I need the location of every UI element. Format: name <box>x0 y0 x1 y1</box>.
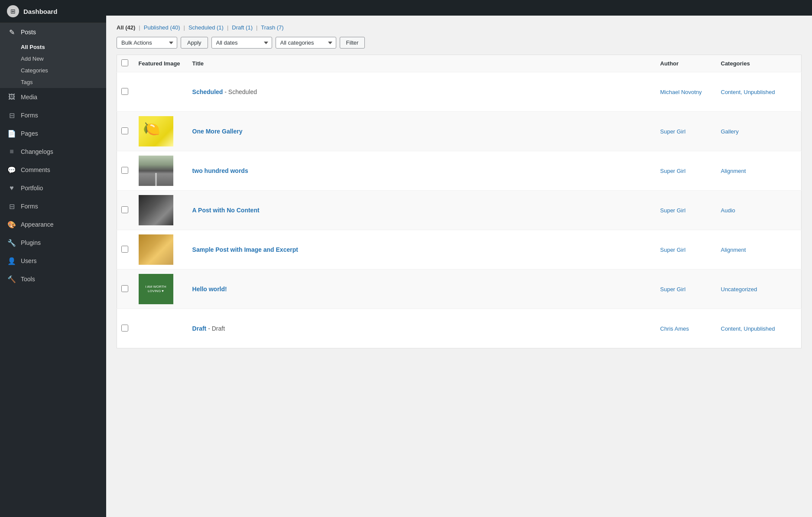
row-checkbox-cell <box>117 230 133 270</box>
table-row: two hundred words Super Girl Alignment <box>117 151 802 191</box>
featured-image-cell-6: I AM WORTH LOVING ♥ <box>133 270 186 309</box>
post-author-cell-3: Super Girl <box>654 151 715 191</box>
sidebar-pages-label: Pages <box>21 130 38 137</box>
post-categories-cell-7: Content, Unpublished <box>715 309 802 348</box>
featured-image-thumb <box>139 116 173 146</box>
sidebar-item-tools[interactable]: 🔨 Tools <box>0 270 106 288</box>
post-categories-cell-6: Uncategorized <box>715 270 802 309</box>
post-title-link[interactable]: Draft <box>192 325 207 332</box>
sidebar-item-tags[interactable]: Tags <box>0 76 106 88</box>
table-row: Draft - Draft Chris Ames Content, Unpubl… <box>117 309 802 348</box>
sidebar-item-media[interactable]: 🖼 Media <box>0 88 106 106</box>
all-dates-select[interactable]: All dates <box>211 37 272 49</box>
row-checkbox[interactable] <box>121 325 128 332</box>
sidebar-item-all-posts[interactable]: All Posts <box>0 41 106 53</box>
author-link[interactable]: Super Girl <box>660 247 686 253</box>
featured-image-cell-1 <box>133 72 186 112</box>
filter-links: All (42) | Published (40) | Scheduled (1… <box>117 24 802 31</box>
filter-draft[interactable]: Draft (1) <box>232 24 253 31</box>
category-link[interactable]: Content, Unpublished <box>721 89 775 95</box>
filter-published[interactable]: Published (40) <box>144 24 180 31</box>
featured-image-cell-7 <box>133 309 186 348</box>
row-checkbox-cell <box>117 309 133 348</box>
post-author-cell-1: Michael Novotny <box>654 72 715 112</box>
row-checkbox[interactable] <box>121 127 128 134</box>
filter-all[interactable]: All (42) <box>117 24 135 31</box>
author-link[interactable]: Super Girl <box>660 128 686 135</box>
sidebar-forms2-label: Forms <box>21 203 38 210</box>
post-author-cell-4: Super Girl <box>654 191 715 230</box>
author-link[interactable]: Super Girl <box>660 168 686 174</box>
row-checkbox[interactable] <box>121 88 128 95</box>
post-author-cell-6: Super Girl <box>654 270 715 309</box>
header-author: Author <box>654 55 715 72</box>
row-checkbox[interactable] <box>121 167 128 174</box>
header-title[interactable]: Title <box>186 55 654 72</box>
sidebar-item-comments[interactable]: 💬 Comments <box>0 161 106 179</box>
post-categories-cell-4: Audio <box>715 191 802 230</box>
post-title-link[interactable]: A Post with No Content <box>192 207 260 214</box>
sidebar-item-plugins[interactable]: 🔧 Plugins <box>0 234 106 252</box>
sidebar-dashboard[interactable]: ⊞ Dashboard <box>0 0 106 23</box>
post-title-cell-7: Draft - Draft <box>186 309 654 348</box>
sidebar-item-appearance[interactable]: 🎨 Appearance <box>0 215 106 234</box>
sidebar-posts-label: Posts <box>21 29 36 36</box>
filter-trash[interactable]: Trash (7) <box>261 24 283 31</box>
post-title-link[interactable]: One More Gallery <box>192 128 243 135</box>
post-title-cell-5: Sample Post with Image and Excerpt <box>186 230 654 270</box>
row-checkbox[interactable] <box>121 206 128 213</box>
posts-list: Scheduled - Scheduled Michael Novotny Co… <box>117 72 802 348</box>
no-image <box>139 77 173 107</box>
header-checkbox[interactable] <box>117 55 133 72</box>
sidebar-item-portfolio[interactable]: ♥ Portfolio <box>0 179 106 197</box>
header-featured-image: Featured Image <box>133 55 186 72</box>
filter-button[interactable]: Filter <box>340 37 365 49</box>
sidebar-item-add-new[interactable]: Add New <box>0 53 106 65</box>
bulk-actions-select[interactable]: Bulk Actions <box>117 37 177 49</box>
post-title-link[interactable]: two hundred words <box>192 167 248 174</box>
sidebar-item-categories[interactable]: Categories <box>0 65 106 76</box>
action-bar: Bulk Actions Apply All dates All categor… <box>117 37 802 49</box>
category-link[interactable]: Uncategorized <box>721 286 757 293</box>
apply-button[interactable]: Apply <box>181 37 208 49</box>
select-all-checkbox[interactable] <box>121 59 128 66</box>
featured-image-thumb <box>139 234 173 265</box>
thumb-green-label: I AM WORTH LOVING ♥ <box>139 283 173 296</box>
table-row: Sample Post with Image and Excerpt Super… <box>117 230 802 270</box>
post-title-link[interactable]: Hello world! <box>192 286 227 293</box>
author-link[interactable]: Chris Ames <box>660 325 689 332</box>
row-checkbox[interactable] <box>121 285 128 292</box>
author-link[interactable]: Super Girl <box>660 207 686 214</box>
post-title-link[interactable]: Scheduled <box>192 88 223 95</box>
filter-scheduled[interactable]: Scheduled (1) <box>188 24 224 31</box>
sidebar-item-forms[interactable]: ⊟ Forms <box>0 106 106 124</box>
category-link[interactable]: Alignment <box>721 247 746 253</box>
row-checkbox-cell <box>117 72 133 112</box>
post-categories-cell-3: Alignment <box>715 151 802 191</box>
table-header: Featured Image Title Author Categories <box>117 55 802 72</box>
changelogs-icon: ≡ <box>7 147 16 156</box>
sidebar-media-label: Media <box>21 94 37 101</box>
featured-image-thumb: I AM WORTH LOVING ♥ <box>139 274 173 304</box>
sidebar-item-users[interactable]: 👤 Users <box>0 252 106 270</box>
sidebar-item-posts[interactable]: ✎ Posts <box>0 23 106 41</box>
post-title-cell-6: Hello world! <box>186 270 654 309</box>
sidebar-item-changelogs[interactable]: ≡ Changelogs <box>0 143 106 161</box>
author-link[interactable]: Michael Novotny <box>660 89 702 95</box>
forms2-icon: ⊟ <box>7 202 16 211</box>
appearance-icon: 🎨 <box>7 220 16 229</box>
table-row: One More Gallery Super Girl Gallery <box>117 112 802 151</box>
sidebar-item-pages[interactable]: 📄 Pages <box>0 124 106 143</box>
sidebar-item-forms2[interactable]: ⊟ Forms <box>0 197 106 215</box>
author-link[interactable]: Super Girl <box>660 286 686 293</box>
category-link[interactable]: Audio <box>721 207 735 214</box>
table-row: A Post with No Content Super Girl Audio <box>117 191 802 230</box>
row-checkbox[interactable] <box>121 246 128 253</box>
post-author-cell-2: Super Girl <box>654 112 715 151</box>
row-checkbox-cell <box>117 112 133 151</box>
category-link[interactable]: Content, Unpublished <box>721 325 775 332</box>
category-link[interactable]: Alignment <box>721 168 746 174</box>
post-title-link[interactable]: Sample Post with Image and Excerpt <box>192 246 298 253</box>
all-categories-select[interactable]: All categories <box>276 37 336 49</box>
category-link[interactable]: Gallery <box>721 128 739 135</box>
